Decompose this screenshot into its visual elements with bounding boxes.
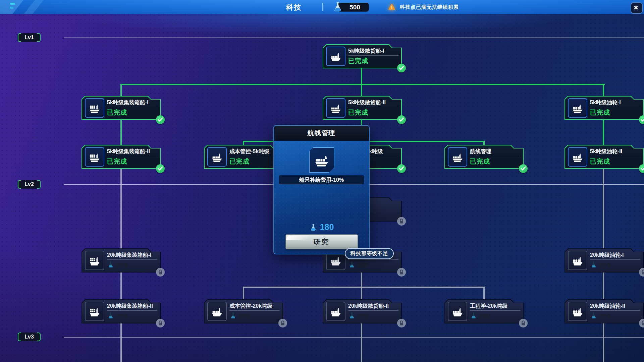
tech-node[interactable]: 5k吨级散货船-II已完成	[323, 96, 402, 120]
flask-icon	[309, 223, 317, 231]
level-badge: Lv3	[18, 333, 40, 341]
tech-node[interactable]: 5k吨级油轮-I已完成	[565, 96, 644, 120]
node-title: 工程学-20k吨级	[470, 302, 520, 310]
tech-node[interactable]: 5k吨级集装箱船-I已完成	[82, 96, 161, 120]
bulk-ship-icon	[207, 147, 227, 167]
tech-node[interactable]: 20k吨级集装箱船-I200	[82, 248, 161, 273]
node-cost-value: 200	[116, 261, 127, 269]
check-icon	[639, 164, 644, 173]
tech-node[interactable]: 20k吨级散货船-II200	[323, 299, 402, 323]
lock-icon	[156, 319, 165, 327]
node-divider	[229, 156, 280, 156]
node-status: 已完成	[348, 57, 398, 65]
close-button[interactable]	[631, 2, 643, 14]
bulk-ship-icon	[448, 302, 467, 321]
node-title: 5k吨级散货船-II	[348, 99, 398, 106]
connector-line-locked	[483, 287, 485, 301]
lock-icon	[397, 319, 406, 327]
node-cost-value: 200	[479, 312, 490, 320]
check-icon	[519, 164, 528, 173]
decor-streak	[10, 3, 15, 5]
check-icon	[156, 115, 165, 124]
tech-node[interactable]: 20k吨级油轮-II200	[565, 299, 644, 323]
topbar-separator	[322, 3, 323, 11]
node-status: 已完成	[107, 108, 157, 117]
check-icon	[397, 64, 406, 72]
connector-line-locked	[603, 169, 604, 249]
research-button[interactable]: 研究	[285, 234, 358, 249]
tech-node[interactable]: 航线管理已完成	[444, 145, 524, 169]
node-divider	[470, 310, 520, 311]
connector-line-done	[603, 84, 604, 97]
node-cost-value: 200	[358, 312, 369, 320]
warning-icon	[388, 3, 396, 11]
node-status: 已完成	[470, 157, 520, 166]
topbar-glow	[0, 14, 644, 44]
node-divider	[590, 107, 640, 107]
tech-tree-screen: 科技 500 科技点已满无法继续积累 Lv1Lv2Lv35k吨级散货船-I已完成…	[0, 0, 644, 362]
node-divider	[348, 55, 398, 56]
node-cost-value: 200	[599, 261, 610, 269]
level-badge: Lv1	[18, 33, 40, 42]
tech-node[interactable]: 成本管控-5k吨级已完成	[204, 145, 283, 169]
container-ship-icon	[85, 251, 104, 270]
connector-line-done	[361, 84, 362, 97]
connector-line-done	[120, 84, 605, 85]
check-icon	[397, 115, 406, 124]
node-cost-value: 200	[239, 312, 250, 320]
node-divider	[348, 107, 398, 107]
tech-node[interactable]: 5k吨级散货船-I已完成	[323, 44, 402, 68]
node-cost: 200	[590, 261, 640, 270]
connector-line-locked	[603, 273, 604, 301]
connector-line-locked	[361, 287, 362, 301]
flask-icon	[107, 261, 114, 270]
lock-icon	[397, 268, 406, 277]
topbar: 科技 500 科技点已满无法继续积累	[0, 0, 644, 14]
node-status: 已完成	[590, 157, 640, 166]
warning-text: 科技点已满无法继续积累	[400, 4, 459, 10]
tech-node[interactable]: 成本管控-20k吨级200	[204, 299, 283, 323]
node-divider	[229, 310, 280, 311]
connector-line-locked	[120, 169, 122, 249]
node-divider	[590, 310, 640, 311]
node-cost-value: 200	[358, 261, 369, 269]
node-cost: 200	[470, 312, 520, 321]
level-rule	[64, 337, 644, 338]
node-title: 20k吨级散货船-II	[348, 302, 398, 310]
node-divider	[590, 259, 640, 260]
connector-line-locked	[243, 287, 244, 301]
tech-node[interactable]: 20k吨级集装箱船-II200	[82, 299, 161, 323]
page-title: 科技	[284, 3, 304, 12]
node-title: 20k吨级集装箱船-II	[107, 302, 157, 310]
tanker-ship-icon	[568, 98, 587, 118]
node-title: 5k吨级油轮-I	[590, 99, 640, 106]
bulk-ship-icon	[326, 47, 345, 66]
node-title: 20k吨级油轮-II	[590, 302, 640, 310]
tanker-ship-icon	[568, 251, 587, 270]
flask-icon	[590, 312, 597, 321]
node-cost: 200	[229, 312, 280, 321]
node-status: 已完成	[229, 157, 280, 166]
node-cost-value: 200	[599, 312, 610, 320]
connector-line-locked	[603, 323, 604, 362]
check-icon	[156, 164, 165, 173]
check-icon	[397, 164, 406, 173]
tech-node[interactable]: 20k吨级油轮-I200	[565, 248, 644, 273]
connector-line-done	[120, 84, 122, 97]
flask-icon	[470, 312, 477, 321]
tech-node[interactable]: 5k吨级集装箱船-II已完成	[82, 145, 161, 169]
popup-title: 航线管理	[274, 126, 369, 141]
tanker-ship-icon	[568, 147, 587, 167]
bulk-ship-icon	[448, 147, 467, 167]
tech-points-value: 500	[350, 4, 360, 11]
bulk-ship-icon	[326, 98, 345, 118]
node-title: 成本管控-20k吨级	[229, 302, 280, 310]
connector-line-done	[603, 119, 604, 146]
node-divider	[107, 259, 157, 260]
node-divider	[107, 107, 157, 107]
popup-cost: 180	[274, 222, 369, 232]
tech-node[interactable]: 5k吨级油轮-II已完成	[565, 145, 644, 169]
tech-node[interactable]: 工程学-20k吨级200	[444, 299, 524, 323]
popup-effect-text: 船只补给费用-10%	[279, 175, 364, 184]
decor-streak	[10, 7, 13, 9]
